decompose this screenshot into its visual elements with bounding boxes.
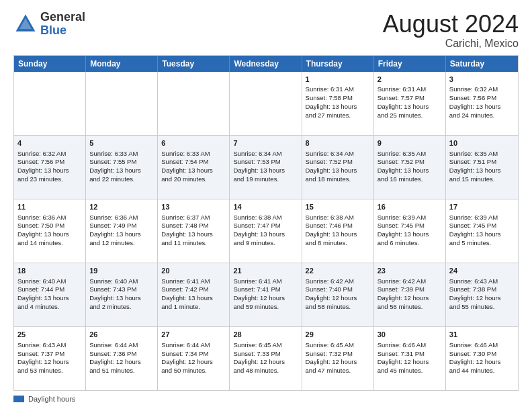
day-info: Sunrise: 6:39 AM: [449, 214, 498, 221]
day-number: 8: [306, 138, 370, 148]
day-info: Sunset: 7:54 PM: [161, 158, 208, 165]
legend-label: Daylight hours: [28, 395, 75, 403]
day-info: Daylight: 13 hours: [89, 167, 141, 174]
day-info: Daylight: 12 hours: [306, 294, 357, 302]
day-info: Sunrise: 6:45 AM: [306, 341, 354, 349]
day-info: and 58 minutes.: [306, 303, 351, 310]
day-info: Daylight: 12 hours: [306, 358, 357, 365]
day-info: and 44 minutes.: [449, 367, 495, 374]
calendar-day-cell: 30Sunrise: 6:46 AMSunset: 7:31 PMDayligh…: [374, 327, 446, 390]
day-info: and 9 minutes.: [233, 239, 275, 246]
day-of-week-header: Tuesday: [158, 56, 230, 72]
day-info: Sunrise: 6:35 AM: [449, 150, 498, 157]
calendar-day-cell: 19Sunrise: 6:40 AMSunset: 7:43 PMDayligh…: [86, 263, 158, 326]
logo-icon: [13, 12, 38, 36]
day-number: 9: [378, 138, 442, 148]
day-number: 12: [89, 202, 154, 212]
day-info: Sunset: 7:36 PM: [89, 350, 136, 357]
day-of-week-header: Friday: [374, 56, 446, 72]
logo-text: General Blue: [40, 11, 85, 38]
day-number: 5: [89, 138, 154, 148]
day-info: Daylight: 12 hours: [449, 294, 501, 302]
day-info: Sunrise: 6:37 AM: [161, 214, 210, 221]
day-info: Sunrise: 6:33 AM: [161, 150, 210, 157]
calendar-day-cell: 16Sunrise: 6:39 AMSunset: 7:45 PMDayligh…: [374, 199, 446, 263]
day-info: Sunrise: 6:44 AM: [89, 341, 138, 349]
day-info: Sunrise: 6:32 AM: [17, 150, 66, 157]
calendar-day-cell: 14Sunrise: 6:38 AMSunset: 7:47 PMDayligh…: [230, 199, 302, 263]
day-info: and 1 minute.: [161, 303, 200, 310]
legend: Daylight hours: [13, 395, 519, 403]
calendar-header: SundayMondayTuesdayWednesdayThursdayFrid…: [14, 56, 518, 72]
day-number: 30: [378, 330, 442, 340]
day-number: 17: [449, 202, 515, 212]
day-info: Daylight: 13 hours: [378, 167, 429, 174]
day-info: and 27 minutes.: [306, 111, 351, 119]
day-info: and 47 minutes.: [306, 367, 351, 374]
calendar-day-cell: 4Sunrise: 6:32 AMSunset: 7:56 PMDaylight…: [14, 136, 86, 199]
day-info: Sunset: 7:49 PM: [89, 222, 136, 229]
day-info: Sunset: 7:51 PM: [449, 158, 496, 165]
day-info: Sunrise: 6:40 AM: [17, 277, 66, 285]
day-info: Daylight: 13 hours: [161, 230, 213, 238]
day-info: Daylight: 13 hours: [161, 167, 213, 174]
day-info: Daylight: 13 hours: [306, 167, 357, 174]
calendar-day-cell: 11Sunrise: 6:36 AMSunset: 7:50 PMDayligh…: [14, 199, 86, 263]
day-info: Sunset: 7:47 PM: [233, 222, 280, 229]
day-info: Daylight: 13 hours: [449, 230, 501, 238]
day-info: Sunrise: 6:43 AM: [17, 341, 66, 349]
day-number: 3: [449, 75, 515, 85]
day-info: Sunset: 7:55 PM: [89, 158, 136, 165]
calendar-empty-cell: [86, 72, 158, 135]
day-info: Sunset: 7:39 PM: [378, 285, 425, 293]
day-info: Sunset: 7:33 PM: [233, 350, 280, 357]
calendar-row: 25Sunrise: 6:43 AMSunset: 7:37 PMDayligh…: [14, 327, 518, 390]
day-info: Sunrise: 6:41 AM: [233, 277, 281, 285]
day-info: Sunset: 7:32 PM: [306, 350, 353, 357]
calendar-day-cell: 15Sunrise: 6:38 AMSunset: 7:46 PMDayligh…: [302, 199, 374, 263]
calendar-day-cell: 23Sunrise: 6:42 AMSunset: 7:39 PMDayligh…: [374, 263, 446, 326]
day-info: Daylight: 12 hours: [233, 294, 285, 302]
header: General Blue August 2024 Carichi, Mexico: [13, 11, 519, 50]
calendar-row: 11Sunrise: 6:36 AMSunset: 7:50 PMDayligh…: [14, 199, 518, 263]
calendar-day-cell: 3Sunrise: 6:32 AMSunset: 7:56 PMDaylight…: [446, 72, 518, 135]
day-number: 15: [306, 202, 370, 212]
day-info: Daylight: 13 hours: [306, 230, 357, 238]
calendar-day-cell: 9Sunrise: 6:35 AMSunset: 7:52 PMDaylight…: [374, 136, 446, 199]
title-block: August 2024 Carichi, Mexico: [383, 11, 519, 50]
calendar-row: 1Sunrise: 6:31 AMSunset: 7:58 PMDaylight…: [14, 72, 518, 136]
calendar-day-cell: 27Sunrise: 6:44 AMSunset: 7:34 PMDayligh…: [158, 327, 230, 390]
day-info: Sunset: 7:38 PM: [449, 285, 496, 293]
day-info: and 59 minutes.: [233, 303, 279, 310]
day-info: and 14 minutes.: [17, 239, 63, 246]
day-info: Daylight: 12 hours: [17, 358, 69, 365]
day-info: Sunrise: 6:32 AM: [449, 85, 498, 93]
day-number: 23: [378, 266, 442, 276]
day-info: Sunrise: 6:31 AM: [378, 85, 426, 93]
day-info: and 56 minutes.: [378, 303, 423, 310]
day-of-week-header: Saturday: [446, 56, 518, 72]
day-info: and 6 minutes.: [378, 239, 419, 246]
day-info: and 48 minutes.: [233, 367, 279, 374]
logo-general-text: General: [40, 11, 85, 24]
day-info: Sunrise: 6:42 AM: [378, 277, 426, 285]
day-number: 10: [449, 138, 515, 148]
location: Carichi, Mexico: [383, 38, 519, 50]
day-info: Sunrise: 6:38 AM: [306, 214, 354, 221]
day-info: and 25 minutes.: [378, 111, 423, 119]
day-info: Daylight: 13 hours: [17, 167, 69, 174]
day-info: Daylight: 12 hours: [378, 358, 429, 365]
day-info: Sunset: 7:52 PM: [378, 158, 425, 165]
day-info: and 51 minutes.: [89, 367, 135, 374]
day-info: Sunset: 7:30 PM: [449, 350, 496, 357]
day-number: 19: [89, 266, 154, 276]
day-info: and 16 minutes.: [378, 175, 423, 183]
day-info: and 15 minutes.: [449, 175, 495, 183]
day-info: Sunrise: 6:34 AM: [233, 150, 281, 157]
calendar-empty-cell: [158, 72, 230, 135]
day-number: 27: [161, 330, 226, 340]
day-info: Daylight: 13 hours: [89, 294, 141, 302]
logo: General Blue: [13, 11, 85, 38]
day-info: Sunrise: 6:40 AM: [89, 277, 138, 285]
day-info: Sunrise: 6:45 AM: [233, 341, 281, 349]
